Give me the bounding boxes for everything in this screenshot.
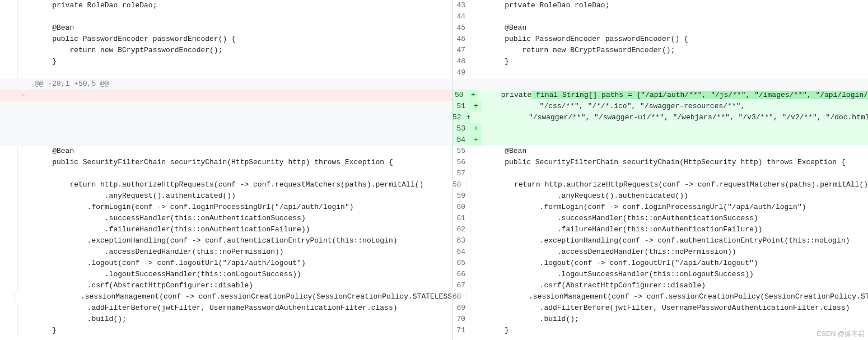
code-line [0,67,452,78]
code-line: 43 private RoleDao roleDao; [452,0,868,11]
code-line: .failureHandler(this::onAuthenticationFa… [0,224,452,235]
code-line: 66 .logoutSuccessHandler(this::onLogoutS… [452,269,868,280]
line-number: 61 [452,213,470,224]
line-number: 44 [452,11,470,22]
line-number: 71 [452,325,470,336]
code-line: public SecurityFilterChain securityChain… [0,157,452,168]
code-line: 48 } [452,56,868,67]
code-line: .accessDeniedHandler(this::noPermission)… [0,246,452,258]
diff-new-pane: 43 private RoleDao roleDao; 44 45 @Bean … [452,0,868,340]
code-line: public PasswordEncoder passwordEncoder()… [0,34,452,45]
line-number: 67 [452,280,470,291]
line-number: 60 [452,202,470,213]
line-number: 53 [452,123,470,134]
diff-hunk-header [452,78,868,90]
added-code-text: private [483,91,531,99]
line-number: 68 [452,291,466,302]
code-line [0,168,452,179]
line-number: 48 [452,56,470,67]
code-line: private RoleDao roleDao; [0,0,452,11]
code-line: .addFilterBefore(jwtFilter, UsernamePass… [0,302,452,314]
diff-placeholder [0,101,452,112]
line-number: 49 [452,67,470,78]
diff-view: private RoleDao roleDao; @Bean public Pa… [0,0,868,340]
code-line: 70 .build(); [452,314,868,325]
added-line: 51+ "/css/**", "/*/*.ico", "/swagger-res… [452,101,868,112]
line-number: 50 [452,90,469,101]
code-line: 63 .exceptionHandling(conf -> conf.authe… [452,235,868,246]
code-line: .csrf(AbstractHttpConfigurer::disable) [0,280,452,291]
code-line: 67 .csrf(AbstractHttpConfigurer::disable… [452,280,868,291]
line-number: 64 [452,246,470,258]
diff-placeholder [0,134,452,146]
code-line: 59 .anyRequest().authenticated()) [452,190,868,202]
diff-hunk-header: @@ -28,1 +50,5 @@ [0,78,452,90]
added-line: 50+ private final String[] paths = {"/ap… [452,90,868,101]
code-line: 46 public PasswordEncoder passwordEncode… [452,34,868,45]
added-line: 53+ [452,123,868,134]
line-number: 51 [452,101,470,112]
code-line: 44 [452,11,868,22]
code-line: 65 .logout(conf -> conf.logoutUrl("/api/… [452,258,868,269]
code-line: .logoutSuccessHandler(this::onLogoutSucc… [0,269,452,280]
code-line [0,11,452,22]
line-number: 69 [452,302,470,314]
code-line: .anyRequest().authenticated()) [0,190,452,202]
added-code-highlight: final String[] paths = {"/api/auth/**", … [531,91,868,99]
code-line: 64 .accessDeniedHandler(this::noPermissi… [452,246,868,258]
code-line: 68 .sessionManagement(conf -> conf.sessi… [452,291,868,302]
code-line: .sessionManagement(conf -> conf.sessionC… [0,291,452,302]
code-line: 69 .addFilterBefore(jwtFilter, UsernameP… [452,302,868,314]
line-number: 63 [452,235,470,246]
code-line: return new BCryptPasswordEncoder(); [0,45,452,56]
line-number: 59 [452,190,470,202]
code-line: @Bean [0,22,452,34]
added-line: 54+ [452,134,868,146]
code-line: 71 } [452,325,868,336]
code-line: 49 [452,67,868,78]
line-number: 65 [452,258,470,269]
line-number: 46 [452,34,470,45]
diff-placeholder [0,112,452,123]
added-line: 52+ "/swagger/**", "/swagger-ui/**", "/w… [452,112,868,123]
diff-old-pane: private RoleDao roleDao; @Bean public Pa… [0,0,452,340]
line-number: 55 [452,146,470,157]
line-number: 70 [452,314,470,325]
code-line: .build(); [0,314,452,325]
code-line: @Bean [0,146,452,157]
line-number: 58 [452,179,466,190]
code-line: return http.authorizeHttpRequests(conf -… [0,179,452,190]
code-line: 56 public SecurityFilterChain securityCh… [452,157,868,168]
line-number: 43 [452,0,470,11]
code-line: 60 .formLogin(conf -> conf.loginProcessi… [452,202,868,213]
code-line: .logout(conf -> conf.logoutUrl("/api/aut… [0,258,452,269]
code-line: 47 return new BCryptPasswordEncoder(); [452,45,868,56]
line-number: 52 [452,112,466,123]
line-number: 45 [452,22,470,34]
code-line: 45 @Bean [452,22,868,34]
code-line: 61 .successHandler(this::onAuthenticatio… [452,213,868,224]
code-line: .successHandler(this::onAuthenticationSu… [0,213,452,224]
line-number: 56 [452,157,470,168]
deleted-line: - [0,90,452,101]
line-number: 54 [452,134,470,146]
line-number: 47 [452,45,470,56]
code-line: 58 return http.authorizeHttpRequests(con… [452,179,868,190]
code-line: 57 [452,168,868,179]
line-number: 57 [452,168,470,179]
code-line: .formLogin(conf -> conf.loginProcessingU… [0,202,452,213]
code-line: } [0,325,452,336]
code-line: 55 @Bean [452,146,868,157]
line-number: 62 [452,224,470,235]
code-line: } [0,56,452,67]
code-line: .exceptionHandling(conf -> conf.authenti… [0,235,452,246]
code-line: 62 .failureHandler(this::onAuthenticatio… [452,224,868,235]
line-number: 66 [452,269,470,280]
diff-placeholder [0,123,452,134]
